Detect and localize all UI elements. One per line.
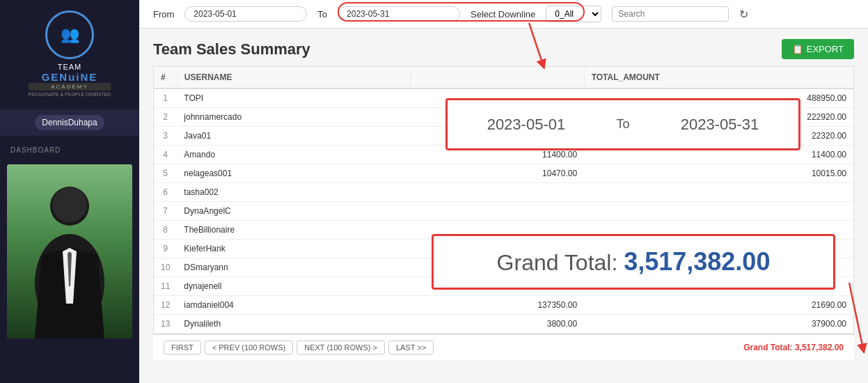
main-content: From To Select Downline 0_All ↻ Team Sal… <box>139 0 868 383</box>
brand-text: TEAM GENuiNE ACADEMY PASSIONATE & PEOPLE… <box>29 63 111 97</box>
row-total <box>584 221 853 240</box>
row-username: johnnamercado <box>177 108 410 127</box>
col-hash: # <box>154 67 177 88</box>
row-col3: 3800.00 <box>410 315 584 334</box>
search-input[interactable] <box>612 6 729 22</box>
logo-badge: 👥 <box>45 10 94 59</box>
row-col3 <box>410 240 584 258</box>
row-num: 2 <box>154 108 177 127</box>
row-total: 37900.00 <box>584 315 853 334</box>
table-row: 4 Amando 11400.00 11400.00 <box>154 146 853 164</box>
content-header: Team Sales Summary 📋 EXPORT <box>153 39 854 59</box>
row-num: 1 <box>154 88 177 108</box>
row-username: Dynalileth <box>177 315 410 334</box>
person-silhouette <box>7 164 132 338</box>
row-num: 8 <box>154 221 177 240</box>
row-total <box>584 240 853 258</box>
row-num: 12 <box>154 296 177 315</box>
top-bar: From To Select Downline 0_All ↻ <box>139 0 868 29</box>
nav-section: DASHBOARD <box>0 136 139 164</box>
first-button[interactable]: FIRST <box>164 341 201 354</box>
table-row: 9 KieferHank <box>154 240 853 258</box>
downline-select[interactable]: 0_All <box>546 6 601 22</box>
row-username: tasha002 <box>177 183 410 202</box>
table-container: # USERNAME TOTAL_AMOUNT 1 TOPI 488950.00… <box>153 66 854 334</box>
row-num: 10 <box>154 258 177 277</box>
logo-section: 👥 TEAM GENuiNE ACADEMY PASSIONATE & PEOP… <box>0 0 139 104</box>
row-num: 5 <box>154 164 177 183</box>
row-total: 488950.00 <box>584 88 853 108</box>
from-date-input[interactable] <box>184 6 307 22</box>
table-row: 2 johnnamercado 39900.00 222920.00 <box>154 108 853 127</box>
row-total: 21690.00 <box>584 296 853 315</box>
brand-genuine: GENuiNE <box>29 71 111 83</box>
brand-tagline: PASSIONATE & PEOPLE ORIENTED <box>29 92 111 97</box>
dashboard-label: DASHBOARD <box>0 143 139 157</box>
username: DennisDuhapa <box>35 115 104 130</box>
select-downline-label: Select Downline <box>471 9 535 19</box>
row-total <box>584 258 853 277</box>
next-button[interactable]: NEXT (100 ROWS) > <box>297 341 385 354</box>
sales-table: # USERNAME TOTAL_AMOUNT 1 TOPI 488950.00… <box>154 67 853 334</box>
row-num: 7 <box>154 202 177 221</box>
row-num: 4 <box>154 146 177 164</box>
table-row: 3 Java01 4820.00 22320.00 <box>154 127 853 146</box>
row-num: 3 <box>154 127 177 146</box>
row-col3 <box>410 258 584 277</box>
row-total: 11400.00 <box>584 146 853 164</box>
row-num: 9 <box>154 240 177 258</box>
row-username: DSmaryann <box>177 258 410 277</box>
section-title: Team Sales Summary <box>153 40 310 58</box>
row-col3: 11400.00 <box>410 146 584 164</box>
to-date-input[interactable] <box>338 6 460 22</box>
pagination-buttons: FIRST < PREV (100 ROWS) NEXT (100 ROWS) … <box>164 341 434 354</box>
row-num: 6 <box>154 183 177 202</box>
grand-total-footer: Grand Total: 3,517,382.00 <box>743 343 844 352</box>
row-username: TheBillionaire <box>177 221 410 240</box>
row-num: 13 <box>154 315 177 334</box>
table-body: 1 TOPI 488950.00 2 johnnamercado 39900.0… <box>154 88 853 334</box>
refresh-icon[interactable]: ↻ <box>739 8 748 21</box>
export-button[interactable]: 📋 EXPORT <box>782 39 854 59</box>
row-col3: 4820.00 <box>410 127 584 146</box>
row-num: 11 <box>154 277 177 296</box>
table-row: 1 TOPI 488950.00 <box>154 88 853 108</box>
row-col3 <box>410 183 584 202</box>
row-col3: 137350.00 <box>410 296 584 315</box>
row-col3 <box>410 277 584 296</box>
row-username: dynajenell <box>177 277 410 296</box>
pagination-bar: FIRST < PREV (100 ROWS) NEXT (100 ROWS) … <box>153 334 854 360</box>
row-total <box>584 183 853 202</box>
table-row: 6 tasha002 <box>154 183 853 202</box>
table-row: 11 dynajenell <box>154 277 853 296</box>
logo-icon: 👥 <box>61 26 79 44</box>
person-photo <box>7 164 132 338</box>
col-mid <box>410 67 584 88</box>
brand-academy: ACADEMY <box>29 83 111 91</box>
export-icon: 📋 <box>792 44 803 54</box>
row-username: TOPI <box>177 88 410 108</box>
row-col3 <box>410 88 584 108</box>
row-col3 <box>410 221 584 240</box>
table-row: 13 Dynalileth 3800.00 37900.00 <box>154 315 853 334</box>
row-total: 10015.00 <box>584 164 853 183</box>
row-username: KieferHank <box>177 240 410 258</box>
content-area: Team Sales Summary 📋 EXPORT 2023-05-01 T… <box>139 29 868 383</box>
svg-point-3 <box>52 187 87 222</box>
table-row: 7 DynaAngelC <box>154 202 853 221</box>
table-row: 8 TheBillionaire <box>154 221 853 240</box>
last-button[interactable]: LAST >> <box>388 341 434 354</box>
row-total <box>584 277 853 296</box>
row-col3: 39900.00 <box>410 108 584 127</box>
user-section: DennisDuhapa <box>0 109 139 136</box>
brand-team: TEAM <box>29 63 111 71</box>
table-row: 10 DSmaryann <box>154 258 853 277</box>
prev-button[interactable]: < PREV (100 ROWS) <box>205 341 293 354</box>
table-header-row: # USERNAME TOTAL_AMOUNT <box>154 67 853 88</box>
row-username: nelageas001 <box>177 164 410 183</box>
row-username: DynaAngelC <box>177 202 410 221</box>
row-username: iamdaniel004 <box>177 296 410 315</box>
row-username: Java01 <box>177 127 410 146</box>
row-col3 <box>410 202 584 221</box>
table-row: 12 iamdaniel004 137350.00 21690.00 <box>154 296 853 315</box>
